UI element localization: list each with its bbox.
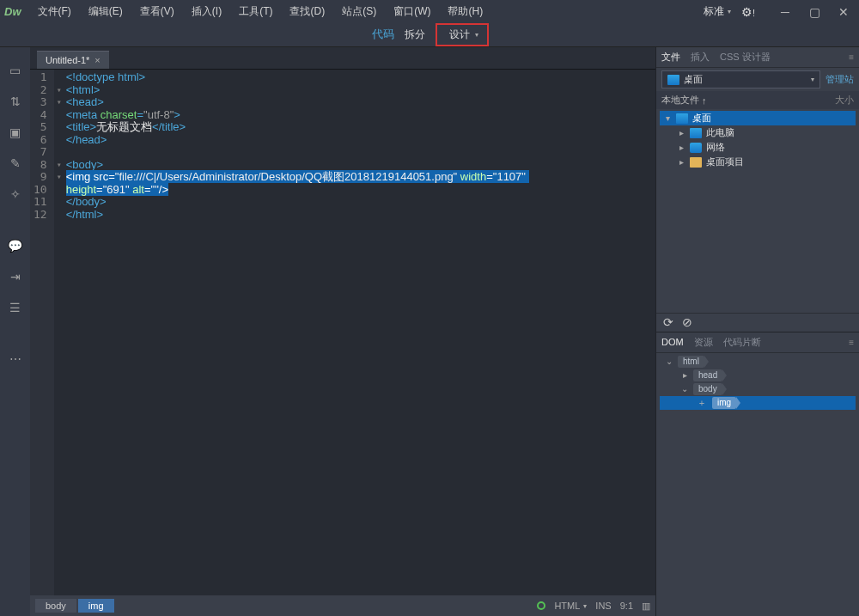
file-tree-item[interactable]: ▸此电脑 [660,125,856,140]
preview-icon[interactable]: ▣ [8,125,23,140]
panel-menu-icon[interactable]: ≡ [849,52,854,62]
overview-icon[interactable]: ▥ [642,601,650,612]
chevron-down-icon: ▾ [475,31,478,39]
menu-item[interactable]: 窗口(W) [386,1,438,22]
minimize-button[interactable]: ─ [774,3,796,21]
fold-gutter[interactable]: ▾ ▾ ▾ ▾ [54,70,64,595]
menu-item[interactable]: 查找(D) [282,1,332,22]
insert-mode[interactable]: INS [595,601,611,611]
maximize-button[interactable]: ▢ [803,3,825,21]
menu-item[interactable]: 工具(T) [231,1,280,22]
file-tree-item[interactable]: ▸桌面项目 [660,155,856,169]
sync-icon[interactable]: ⊘ [682,315,692,329]
menubar: Dw 文件(F)编辑(E)查看(V)插入(I)工具(T)查找(D)站点(S)窗口… [0,0,859,23]
left-toolbar: ▭ ⇅ ▣ ✎ ✧ 💬 ⇥ ☰ ⋯ [0,47,30,616]
status-bar: body img HTML▾ INS 9:1 ▥ [30,595,655,616]
dom-tree-item[interactable]: +img [660,396,856,410]
file-tree-item[interactable]: ▸网络 [660,140,856,155]
workspace-switcher[interactable]: 标准▾ [704,4,731,19]
line-gutter: 1 2 3 4 5 6 7 8 9 10 11 12 [30,70,54,595]
view-split[interactable]: 拆分 [394,23,436,46]
file-tab[interactable]: Untitled-1* × [37,51,109,69]
crumb-img[interactable]: img [78,599,114,613]
menu-item[interactable]: 文件(F) [30,1,79,22]
tab-files[interactable]: 文件 [661,51,680,64]
options-icon[interactable]: ⇅ [8,94,23,109]
tab-assets[interactable]: 资源 [694,336,713,349]
app-logo: Dw [4,5,21,18]
refresh-icon[interactable]: ⟳ [663,315,673,329]
files-subheader: 本地文件 ↑ 大小 [656,91,859,109]
dom-tree-item[interactable]: ▸head [660,369,856,382]
document-icon[interactable]: ▭ [8,63,23,78]
view-switcher: 代码 拆分 设计▾ [0,23,859,47]
dom-tree-item[interactable]: ⌄body [660,382,856,396]
folder-icon [690,157,702,168]
menu-item[interactable]: 编辑(E) [81,1,131,22]
brush-icon[interactable]: ✧ [8,186,23,202]
indent-icon[interactable]: ⇥ [8,269,23,284]
comment-icon[interactable]: 💬 [8,238,23,253]
crumb-body[interactable]: body [35,599,76,613]
chevron-down-icon: ▾ [728,8,731,15]
close-button[interactable]: ✕ [832,3,855,21]
more-icon[interactable]: ⋯ [8,351,23,367]
site-dropdown[interactable]: 桌面 ▾ [661,70,820,88]
gear-icon[interactable]: ⚙! [741,5,755,19]
dom-panel-tabs: DOM 资源 代码片断 ≡ [656,332,859,353]
view-design[interactable]: 设计▾ [436,23,489,46]
file-tree-item[interactable]: ▾桌面 [660,111,856,125]
code-editor[interactable]: <!doctype html> <html> <head> <meta char… [64,70,655,595]
desktop-icon [676,113,688,124]
tab-snippets[interactable]: 代码片断 [723,336,761,349]
close-icon[interactable]: × [94,55,100,65]
view-code[interactable]: 代码 [370,27,394,43]
manage-sites-link[interactable]: 管理站 [825,73,854,86]
files-panel-tabs: 文件 插入 CSS 设计器 ≡ [656,47,859,68]
status-indicator-icon [537,601,545,610]
tab-insert[interactable]: 插入 [691,51,710,64]
cursor-position: 9:1 [620,601,633,611]
chevron-down-icon: ▾ [811,76,814,83]
menu-item[interactable]: 站点(S) [334,1,384,22]
tab-dom[interactable]: DOM [661,337,684,347]
language-selector[interactable]: HTML▾ [554,601,587,611]
net-icon [690,143,702,153]
add-icon[interactable]: + [696,398,708,408]
wand-icon[interactable]: ✎ [8,156,23,171]
dom-tree[interactable]: ⌄html▸head⌄body+img [656,353,859,412]
panel-menu-icon[interactable]: ≡ [849,338,854,347]
menu-item[interactable]: 帮助(H) [440,1,490,22]
menu-item[interactable]: 查看(V) [132,1,182,22]
pc-icon [690,128,702,138]
tab-css-designer[interactable]: CSS 设计器 [720,51,771,64]
menu-items: 文件(F)编辑(E)查看(V)插入(I)工具(T)查找(D)站点(S)窗口(W)… [30,1,491,22]
file-tree[interactable]: ▾桌面▸此电脑▸网络▸桌面项目 [656,109,859,313]
dom-tree-item[interactable]: ⌄html [660,355,856,369]
format-icon[interactable]: ☰ [8,300,23,315]
menu-item[interactable]: 插入(I) [184,1,229,22]
desktop-icon [667,75,679,85]
file-tabstrip: Untitled-1* × [30,47,655,70]
